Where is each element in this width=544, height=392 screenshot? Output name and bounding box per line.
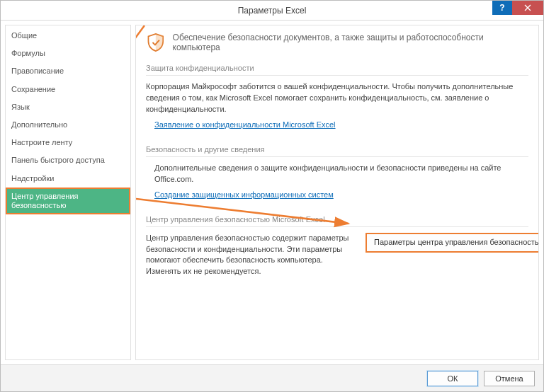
window-title: Параметры Excel: [1, 6, 543, 16]
sidebar-item-save[interactable]: Сохранение: [6, 81, 130, 98]
close-button[interactable]: [512, 1, 543, 15]
shield-icon: [146, 33, 166, 52]
security-text: Дополнительные сведения о защите конфиде…: [154, 163, 528, 185]
section-head-privacy: Защита конфиденциальности: [146, 59, 528, 76]
window-controls: ?: [492, 1, 543, 15]
sidebar-item-addins[interactable]: Надстройки: [6, 170, 130, 188]
section-head-trust: Центр управления безопасностью Microsoft…: [146, 211, 528, 227]
dialog-footer: ОК Отмена: [1, 364, 543, 391]
sidebar-item-trust-center[interactable]: Центр управления безопасностью: [6, 188, 130, 214]
dialog-body: Общие Формулы Правописание Сохранение Яз…: [1, 21, 543, 364]
sidebar-item-formulas[interactable]: Формулы: [6, 45, 130, 62]
shield-header: Обеспечение безопасности документов, а т…: [146, 33, 528, 52]
section-body-security: Дополнительные сведения о защите конфиде…: [146, 163, 528, 201]
sidebar-item-language[interactable]: Язык: [6, 98, 130, 116]
sidebar-item-advanced[interactable]: Дополнительно: [6, 116, 130, 134]
sidebar-item-quick-access[interactable]: Панель быстрого доступа: [6, 151, 130, 169]
main-panel: Обеспечение безопасности документов, а т…: [135, 25, 539, 360]
titlebar: Параметры Excel ?: [1, 1, 543, 21]
excel-options-window: Параметры Excel ? Общие Формулы Правопис…: [0, 0, 544, 392]
trust-center-text: Центр управления безопасностью содержит …: [146, 233, 351, 278]
svg-line-0: [135, 25, 144, 171]
help-button[interactable]: ?: [492, 1, 512, 15]
section-body-privacy: Корпорация Майкрософт заботится о вашей …: [146, 81, 528, 131]
trust-center-settings-button[interactable]: Параметры центра управления безопасность…: [366, 233, 539, 253]
ok-button[interactable]: ОК: [427, 371, 478, 386]
section-body-trust: Центр управления безопасностью содержит …: [146, 233, 528, 278]
shield-text: Обеспечение безопасности документов, а т…: [173, 33, 528, 52]
close-icon: [524, 4, 531, 11]
privacy-statement-link[interactable]: Заявление о конфиденциальности Microsoft…: [154, 120, 336, 131]
sidebar-item-general[interactable]: Общие: [6, 27, 130, 45]
security-link[interactable]: Создание защищенных информационных систе…: [154, 190, 334, 201]
sidebar-item-proofing[interactable]: Правописание: [6, 62, 130, 80]
cancel-button[interactable]: Отмена: [484, 371, 535, 386]
sidebar-item-customize-ribbon[interactable]: Настроите ленту: [6, 134, 130, 151]
section-head-security: Безопасность и другие сведения: [146, 141, 528, 157]
privacy-text: Корпорация Майкрософт заботится о вашей …: [146, 82, 513, 113]
sidebar: Общие Формулы Правописание Сохранение Яз…: [5, 25, 131, 360]
